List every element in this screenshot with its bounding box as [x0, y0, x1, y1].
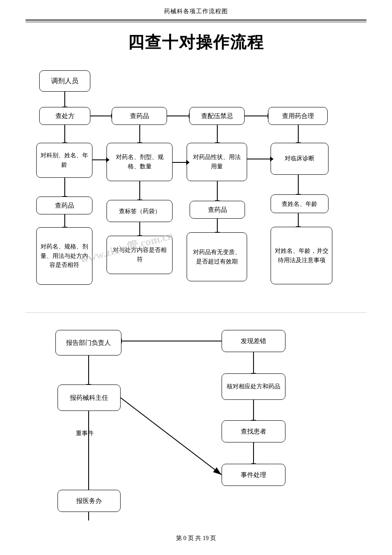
arrow-report-down	[88, 356, 89, 384]
arrow-r6	[247, 159, 271, 159]
box-check-dept: 对科别、姓名、年龄	[36, 143, 92, 178]
arrow-r5	[173, 162, 187, 163]
arrow-r4	[92, 159, 107, 160]
box-verify-drug-quality: 对药品有无变质、是否超过有效期	[187, 232, 247, 281]
arrow-d3	[217, 125, 218, 143]
arrow-error-left	[121, 341, 222, 341]
arrow-d8	[298, 175, 299, 194]
page-header: 药械科各项工作流程图	[0, 0, 392, 18]
arrow-d7	[217, 181, 218, 201]
box-check-drug-state: 对药品性状、用法用量	[187, 143, 247, 181]
box-handle-event: 事件处理	[222, 464, 285, 486]
arrow-d11	[217, 219, 218, 232]
box-check-name-age: 查姓名、年龄	[271, 194, 329, 213]
box-check-prescription: 查处方	[39, 107, 90, 125]
box-verify-rx: 核对相应处方和药品	[222, 373, 285, 400]
box-find-error: 发现差错	[222, 330, 285, 352]
box-check-drug-name: 对药名、剂型、规格、数量	[107, 143, 173, 181]
arrow-patient-down	[253, 442, 254, 464]
page-footer: 第 0 页 共 19 页	[0, 526, 392, 546]
box-report-head: 报告部门负责人	[55, 330, 121, 356]
arrow-d5	[64, 178, 65, 197]
heavy-event-label: 重事件	[76, 428, 94, 439]
box-check-diagnosis: 对临床诊断	[271, 143, 329, 175]
header-line1	[26, 20, 366, 20]
arrow-d9	[64, 214, 65, 227]
arrow-d6	[139, 181, 140, 200]
header-label: 药械科各项工作流程图	[164, 8, 228, 14]
box-verify-prescription: 对与处方内容是否相符	[107, 236, 173, 274]
box-check-rational: 查用药合理	[268, 107, 328, 125]
arrow-verify-down	[253, 400, 254, 420]
box-dispatcher: 调剂人员	[39, 70, 90, 92]
arrow-1	[64, 92, 65, 107]
box-check-label: 查标签（药袋）	[107, 200, 173, 222]
svg-line-1	[121, 398, 222, 475]
arrow-d2	[139, 125, 140, 143]
arrow-d10	[139, 222, 140, 236]
arrow-r1	[90, 116, 112, 116]
arrow-d12	[298, 213, 299, 227]
arrow-d4	[298, 125, 299, 143]
arrow-error-down1	[253, 352, 254, 373]
arrow-d1	[64, 125, 65, 143]
section-divider	[26, 312, 366, 313]
box-find-patient: 查找患者	[222, 420, 285, 442]
box-verify-name: 对姓名、年龄，并交待用法及注意事项	[271, 227, 332, 284]
arrow-medical-down	[88, 512, 89, 520]
arrow-r3	[245, 116, 268, 116]
arrow-director-down	[88, 411, 89, 494]
page-title: 四查十对操作流程	[0, 22, 392, 61]
box-report-director: 报药械科主任	[58, 384, 121, 411]
box-check-drug-col3: 查药品	[190, 201, 245, 219]
box-check-drug-col1: 查药品	[36, 197, 92, 214]
box-verify-drug-content: 对药名、规格、剂量、用法与处方内容是否相符	[36, 227, 92, 285]
box-check-medicine-2: 查药品	[112, 107, 167, 125]
box-check-interactions: 查配伍禁忌	[189, 107, 245, 125]
footer-text: 第 0 页 共 19 页	[176, 535, 216, 541]
arrow-r2	[167, 116, 189, 116]
box-report-medical: 报医务办	[58, 490, 121, 512]
